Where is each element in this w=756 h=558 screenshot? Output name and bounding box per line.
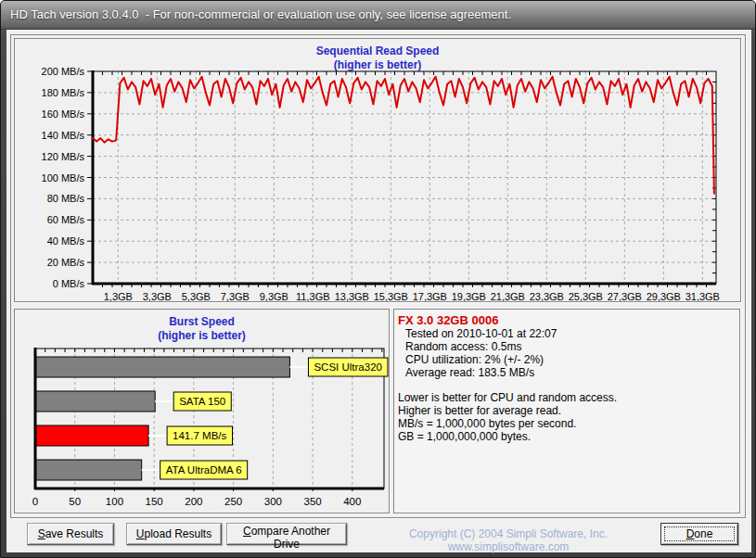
svg-text:141.7 MB/s: 141.7 MB/s <box>173 430 226 441</box>
svg-text:19,3GB: 19,3GB <box>452 291 486 302</box>
svg-text:15,3GB: 15,3GB <box>374 291 408 302</box>
svg-text:50: 50 <box>69 496 81 507</box>
svg-text:7,3GB: 7,3GB <box>221 291 250 302</box>
svg-text:200: 200 <box>185 496 202 507</box>
result-average-read: Average read: 183.5 MB/s <box>394 366 739 379</box>
svg-text:25,3GB: 25,3GB <box>569 291 603 302</box>
save-results-button[interactable]: Save Results <box>27 523 114 545</box>
svg-text:1,3GB: 1,3GB <box>104 291 133 302</box>
svg-text:SATA 150: SATA 150 <box>179 396 225 407</box>
svg-text:23,3GB: 23,3GB <box>530 291 564 302</box>
upload-results-button[interactable]: Upload Results <box>126 523 222 545</box>
done-button[interactable]: Done <box>660 523 738 545</box>
burst-chart-title: Burst Speed <box>15 315 389 328</box>
svg-text:20 MB/s: 20 MB/s <box>47 257 85 268</box>
copyright-text: Copyright (C) 2004 Simpli Software, Inc.… <box>361 527 656 553</box>
sequential-read-panel: Sequential Read Speed (higher is better)… <box>14 38 741 302</box>
burst-speed-chart: SCSI Ultra320SATA 150141.7 MB/sATA Ultra… <box>15 347 389 511</box>
svg-text:SCSI Ultra320: SCSI Ultra320 <box>314 361 382 373</box>
result-notes: Lower is better for CPU and random acces… <box>394 391 739 443</box>
result-tested-on: Tested on 2010-10-01 at 22:07 <box>394 327 739 340</box>
compare-another-drive-button[interactable]: Compare Another Drive <box>226 523 347 545</box>
note-line: GB = 1,000,000,000 bytes. <box>394 430 739 443</box>
svg-text:200 MB/s: 200 MB/s <box>42 66 85 77</box>
svg-text:29,3GB: 29,3GB <box>647 291 681 302</box>
seq-chart-title: Sequential Read Speed <box>15 44 740 57</box>
svg-text:27,3GB: 27,3GB <box>608 291 642 302</box>
window-title: HD Tach version 3.0.4.0 - For non-commer… <box>10 7 511 21</box>
svg-text:21,3GB: 21,3GB <box>491 291 525 302</box>
svg-text:0 MB/s: 0 MB/s <box>53 278 85 289</box>
note-line: Higher is better for average read. <box>394 404 739 417</box>
sequential-read-chart: 200 MB/s180 MB/s160 MB/s140 MB/s120 MB/s… <box>15 70 740 301</box>
svg-text:ATA UltraDMA 6: ATA UltraDMA 6 <box>166 464 242 476</box>
drive-name: FX 3.0 32GB 0006 <box>394 310 739 327</box>
svg-text:13,3GB: 13,3GB <box>335 291 369 302</box>
svg-text:40 MB/s: 40 MB/s <box>47 235 85 247</box>
client-area: Sequential Read Speed (higher is better)… <box>6 30 751 552</box>
burst-chart-subtitle: (higher is better) <box>15 329 389 342</box>
svg-text:140 MB/s: 140 MB/s <box>42 130 85 141</box>
title-bar[interactable]: HD Tach version 3.0.4.0 - For non-commer… <box>1 1 755 30</box>
burst-speed-panel: Burst Speed (higher is better) SCSI Ultr… <box>14 309 390 514</box>
svg-text:100: 100 <box>106 496 123 507</box>
note-line: Lower is better for CPU and random acces… <box>394 391 739 404</box>
svg-text:400: 400 <box>343 496 361 507</box>
note-line: MB/s = 1,000,000 bytes per second. <box>394 417 739 430</box>
svg-text:9,3GB: 9,3GB <box>260 291 288 302</box>
app-window: HD Tach version 3.0.4.0 - For non-commer… <box>0 0 756 558</box>
result-cpu-utilization: CPU utilization: 2% (+/- 2%) <box>394 353 739 366</box>
svg-text:350: 350 <box>303 496 321 507</box>
svg-text:120 MB/s: 120 MB/s <box>42 151 85 162</box>
results-panel: FX 3.0 32GB 0006 Tested on 2010-10-01 at… <box>393 309 740 514</box>
svg-text:31,3GB: 31,3GB <box>686 291 720 302</box>
svg-text:60 MB/s: 60 MB/s <box>47 214 85 225</box>
svg-text:0: 0 <box>32 496 38 507</box>
svg-text:300: 300 <box>264 496 282 507</box>
main-panel: Sequential Read Speed (higher is better)… <box>10 34 746 518</box>
svg-text:11,3GB: 11,3GB <box>296 291 330 302</box>
svg-text:160 MB/s: 160 MB/s <box>42 108 85 120</box>
svg-text:5,3GB: 5,3GB <box>182 291 211 302</box>
svg-text:180 MB/s: 180 MB/s <box>42 87 85 98</box>
svg-text:17,3GB: 17,3GB <box>413 291 447 302</box>
svg-text:250: 250 <box>224 496 242 507</box>
result-random-access: Random access: 0.5ms <box>394 340 739 353</box>
svg-text:80 MB/s: 80 MB/s <box>47 193 85 204</box>
svg-text:3,3GB: 3,3GB <box>143 291 172 302</box>
svg-text:100 MB/s: 100 MB/s <box>42 172 85 184</box>
svg-text:150: 150 <box>146 496 163 507</box>
